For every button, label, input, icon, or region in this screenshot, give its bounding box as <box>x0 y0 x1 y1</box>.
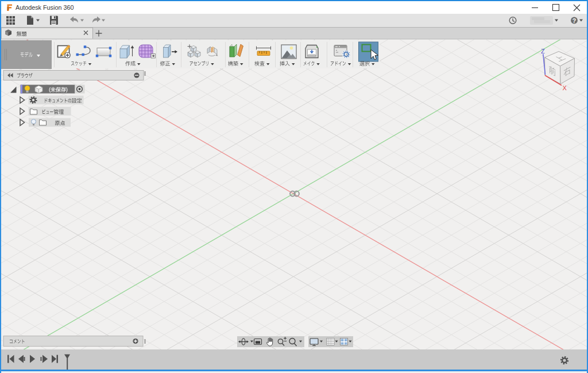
svg-text:Autodesk Fusion 360: Autodesk Fusion 360 <box>16 4 74 11</box>
svg-text:?: ? <box>572 17 576 24</box>
svg-text:Z: Z <box>541 48 545 55</box>
svg-text:X: X <box>563 84 567 91</box>
